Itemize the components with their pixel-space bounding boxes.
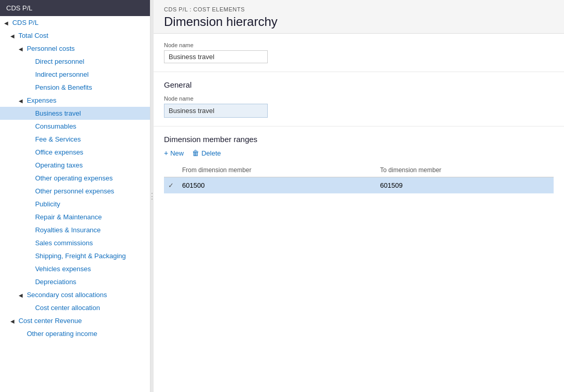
tree-item-direct-personnel[interactable]: Direct personnel [0, 55, 150, 68]
tree-label: Consumables [35, 122, 77, 130]
tree-item-other-personnel-expenses[interactable]: Other personnel expenses [0, 185, 150, 198]
tree-item-repair-maintenance[interactable]: Repair & Maintenance [0, 211, 150, 223]
tree-item-pension-benefits[interactable]: Pension & Benefits [0, 81, 150, 94]
sidebar-header-label: CDS P/L [6, 4, 33, 12]
tree-label: Total Cost [18, 32, 48, 39]
collapse-icon[interactable]: ◀ [4, 20, 10, 26]
tree-item-secondary-cost-allocations[interactable]: ◀ Secondary cost allocations [0, 288, 150, 301]
tree-label: Depreciations [35, 278, 77, 286]
tree-item-operating-taxes[interactable]: Operating taxes [0, 159, 150, 172]
table-header: From dimension member To dimension membe… [164, 163, 554, 177]
plus-icon: + [164, 149, 168, 157]
toolbar: + New 🗑 Delete [164, 149, 554, 157]
tree-label: Vehicles expenses [35, 265, 91, 273]
row-check: ✓ [164, 177, 178, 194]
table-body: ✓ 601500 601509 [164, 177, 554, 194]
top-node-section: Node name Business travel [154, 34, 564, 72]
tree-item-royalties-insurance[interactable]: Royalties & Insurance [0, 223, 150, 236]
ranges-section: Dimension member ranges + New 🗑 Delete F… [154, 127, 564, 202]
collapse-icon[interactable]: ◀ [19, 46, 25, 52]
top-node-label: Node name [164, 42, 554, 48]
top-node-value: Business travel [164, 50, 268, 63]
main-header: CDS P/L : COST ELEMENTS Dimension hierar… [154, 0, 564, 34]
col-check [164, 163, 178, 177]
tree-label: Publicity [35, 200, 60, 208]
checkmark-icon: ✓ [168, 181, 174, 189]
tree-item-publicity[interactable]: Publicity [0, 198, 150, 211]
tree-item-fee-services[interactable]: Fee & Services [0, 133, 150, 146]
general-node-label: Node name [164, 95, 554, 102]
tree-label: Direct personnel [35, 58, 85, 65]
tree-label: CDS P/L [12, 19, 39, 26]
tree-label: Other operating income [27, 330, 98, 338]
sidebar-header: CDS P/L [0, 0, 150, 16]
tree-item-indirect-personnel[interactable]: Indirect personnel [0, 68, 150, 81]
from-member: 601500 [178, 177, 376, 194]
tree-label: Expenses [27, 96, 57, 104]
tree-label: Personnel costs [27, 45, 75, 52]
collapse-icon[interactable]: ◀ [10, 33, 17, 39]
tree-label: Shipping, Freight & Packaging [35, 252, 126, 260]
tree-item-cost-center-allocation[interactable]: Cost center allocation [0, 301, 150, 314]
new-button[interactable]: + New [164, 149, 184, 157]
tree-item-other-operating-income[interactable]: Other operating income [0, 327, 150, 340]
tree-item-consumables[interactable]: Consumables [0, 120, 150, 133]
general-node-value[interactable]: Business travel [164, 104, 268, 118]
tree-item-sales-commissions[interactable]: Sales commissions [0, 236, 150, 249]
tree-label: Sales commissions [35, 239, 93, 247]
tree-item-office-expenses[interactable]: Office expenses [0, 146, 150, 159]
tree-label: Other operating expenses [35, 174, 113, 182]
tree-label: Indirect personnel [35, 71, 89, 78]
to-member: 601509 [376, 177, 554, 194]
sidebar: CDS P/L ◀ CDS P/L◀ Total Cost◀ Personnel… [0, 0, 150, 392]
ranges-table: From dimension member To dimension membe… [164, 163, 554, 193]
tree-label: Cost center Revenue [19, 317, 82, 325]
general-section: General Node name Business travel [154, 72, 564, 127]
collapse-icon[interactable]: ◀ [19, 292, 25, 298]
main-panel: CDS P/L : COST ELEMENTS Dimension hierar… [154, 0, 564, 392]
col-from: From dimension member [178, 163, 376, 177]
tree-item-vehicles-expenses[interactable]: Vehicles expenses [0, 262, 150, 275]
breadcrumb: CDS P/L : COST ELEMENTS [164, 6, 554, 12]
table-row[interactable]: ✓ 601500 601509 [164, 177, 554, 194]
tree-label: Pension & Benefits [35, 83, 92, 91]
collapse-icon[interactable]: ◀ [19, 98, 25, 104]
col-to: To dimension member [376, 163, 554, 177]
main-content: Node name Business travel General Node n… [154, 34, 564, 392]
tree-label: Office expenses [35, 148, 84, 156]
tree-item-personnel-costs[interactable]: ◀ Personnel costs [0, 42, 150, 55]
new-label: New [170, 149, 184, 157]
collapse-icon[interactable]: ◀ [10, 318, 17, 324]
tree-item-other-operating-expenses[interactable]: Other operating expenses [0, 172, 150, 185]
tree-label: Operating taxes [35, 161, 83, 169]
tree-label: Cost center allocation [35, 304, 100, 312]
tree-label: Fee & Services [35, 135, 81, 143]
general-section-title: General [164, 80, 554, 89]
tree-item-depreciations[interactable]: Depreciations [0, 275, 150, 288]
tree-label: Other personnel expenses [35, 187, 114, 195]
delete-icon: 🗑 [192, 149, 199, 157]
delete-button[interactable]: 🗑 Delete [192, 149, 221, 157]
tree-item-cost-center-revenue[interactable]: ◀ Cost center Revenue [0, 314, 150, 327]
tree-item-shipping-freight[interactable]: Shipping, Freight & Packaging [0, 249, 150, 262]
page-title: Dimension hierarchy [164, 15, 554, 29]
tree-item-expenses[interactable]: ◀ Expenses [0, 94, 150, 107]
tree-item-business-travel[interactable]: Business travel [0, 107, 150, 120]
tree-label: Royalties & Insurance [35, 226, 101, 234]
tree-item-cds-pl[interactable]: ◀ CDS P/L [0, 16, 150, 29]
tree-label: Secondary cost allocations [27, 291, 107, 299]
tree-item-total-cost[interactable]: ◀ Total Cost [0, 29, 150, 42]
tree-label: Repair & Maintenance [35, 213, 102, 221]
tree-container: ◀ CDS P/L◀ Total Cost◀ Personnel costs D… [0, 16, 150, 340]
delete-label: Delete [201, 149, 221, 157]
ranges-title: Dimension member ranges [164, 135, 554, 144]
tree-label: Business travel [35, 109, 81, 117]
